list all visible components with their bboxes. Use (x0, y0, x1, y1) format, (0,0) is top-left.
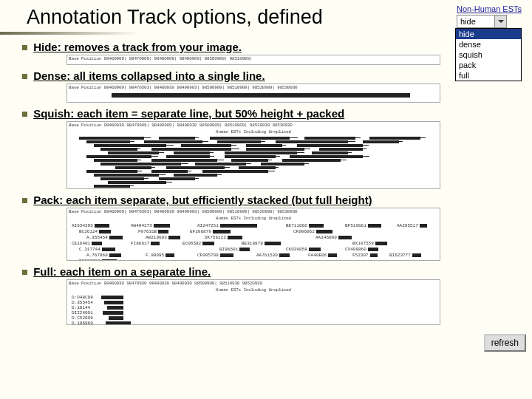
dropdown-option-pack[interactable]: pack (456, 60, 521, 70)
title-underline (0, 32, 155, 35)
hide-position-row: Base Position 98460909| 98470909| 984809… (67, 55, 440, 62)
dropdown-option-full[interactable]: full (456, 70, 521, 81)
full-position-row: Base Position 98460930 98470930 98480930… (67, 280, 440, 287)
dropdown-label[interactable]: Non-Human ESTs (457, 4, 528, 13)
bullet-squish-text: Squish: each item = separate line, but 5… (33, 107, 344, 120)
bullet-square-icon (22, 270, 27, 275)
hide-track-image: Base Position 98460909| 98470909| 984809… (66, 55, 440, 65)
dropdown-selected-value: hide (460, 17, 476, 26)
bullet-square-icon (22, 74, 27, 79)
squish-body (72, 137, 435, 189)
dropdown-option-dense[interactable]: dense (456, 39, 521, 50)
pack-position-row: Base Position 98460909| 98470303| 984809… (67, 208, 440, 215)
bullet-pack-text: Pack: each item separate, but efficientl… (33, 194, 372, 206)
full-body: D:048C98 D.355454 D:10144 DI224001 D.C52… (72, 295, 435, 325)
bullet-squish: Squish: each item = separate line, but 5… (22, 107, 510, 120)
track-dropdown: Non-Human ESTs hide hide dense squish pa… (455, 4, 528, 81)
dropdown-list: hide dense squish pack full (455, 28, 522, 81)
chevron-down-icon[interactable] (494, 16, 506, 27)
bullet-square-icon (22, 112, 27, 117)
refresh-button[interactable]: refresh (484, 334, 526, 352)
bullet-square-icon (22, 45, 27, 50)
squish-position-row: Base Position 98460930 98470909| 9848090… (67, 122, 440, 129)
bullet-dense: Dense: all items collapsed into a single… (22, 69, 510, 82)
dropdown-select[interactable]: hide (457, 15, 507, 28)
squish-subtitle: Human ESTs Including Unspliced (67, 129, 440, 135)
dropdown-option-squish[interactable]: squish (456, 50, 521, 60)
pack-body: AI634295 AW404273 AI247251 BE711060 BF51… (72, 223, 435, 261)
dense-position-row: Base Position 98460909| 98470303| 984809… (67, 84, 440, 91)
bullet-hide-text: Hide: removes a track from your image. (33, 41, 242, 53)
pack-track-image: Base Position 98460909| 98470303| 984809… (66, 208, 440, 261)
bullet-full-text: Full: each item on a separate line. (33, 265, 211, 278)
slide-title: Annotation Track options, defined (27, 6, 510, 29)
bullet-pack: Pack: each item separate, but efficientl… (22, 194, 510, 206)
dense-track-image: Base Position 98460909| 98470303| 984809… (66, 83, 440, 103)
squish-track-image: Base Position 98460930 98470909| 9848090… (66, 121, 440, 189)
bullet-dense-text: Dense: all items collapsed into a single… (33, 69, 265, 82)
bullet-hide: Hide: removes a track from your image. (22, 41, 510, 53)
bullet-square-icon (22, 198, 27, 203)
dense-bar (112, 93, 410, 98)
bullet-full: Full: each item on a separate line. (22, 265, 510, 278)
dropdown-option-hide[interactable]: hide (456, 29, 521, 39)
pack-subtitle: Human ESTs Including Unspliced (67, 215, 440, 222)
full-subtitle: Human ESTs Including Unspliced (67, 287, 440, 293)
full-track-image: Base Position 98460930 98470930 98480930… (66, 279, 440, 325)
